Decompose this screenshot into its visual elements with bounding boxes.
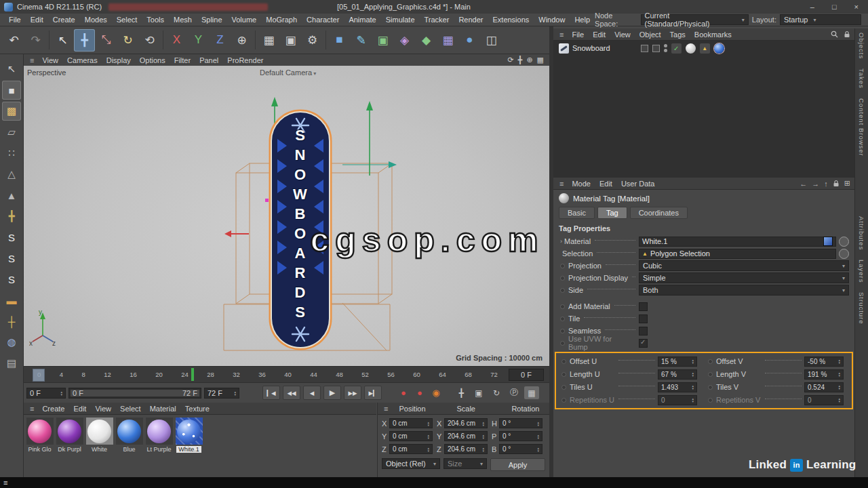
frame-range-slider[interactable]: 0 F 72 F — [68, 388, 201, 399]
end-frame-spinner[interactable] — [234, 390, 236, 396]
quantize-icon[interactable]: S — [2, 270, 21, 289]
rotate-tool-icon[interactable]: ↻ — [117, 29, 138, 52]
workplane-icon[interactable]: ▬ — [2, 291, 21, 310]
menu-create[interactable]: Create — [48, 16, 80, 24]
offset-u-field[interactable]: 15 % — [658, 357, 697, 367]
prev-frame-button[interactable]: ◀ — [303, 386, 321, 400]
prev-key-button[interactable]: ◀◀ — [283, 386, 300, 400]
ruler-frame-box[interactable]: 0 F — [509, 369, 544, 381]
rotation-p-field[interactable]: 0 ° — [499, 431, 542, 441]
simulate-icon[interactable]: ◫ — [481, 29, 502, 52]
preview-range-marker[interactable] — [191, 368, 194, 381]
frame-spinner[interactable] — [60, 390, 62, 396]
material-item[interactable]: Pink Glo — [25, 418, 54, 453]
view-config-icon[interactable]: ▤ — [2, 354, 21, 373]
animation-dot[interactable] — [561, 359, 566, 364]
position-y-field[interactable]: 0 cm — [389, 431, 433, 441]
vp-menu-cameras[interactable]: Cameras — [63, 56, 102, 64]
material-thumbnail[interactable] — [26, 418, 54, 445]
current-frame-marker[interactable] — [33, 369, 45, 382]
range-bar[interactable] — [71, 390, 199, 396]
animation-dot[interactable] — [708, 359, 713, 364]
om-menu-view[interactable]: View — [610, 30, 635, 39]
tab-tag[interactable]: Tag — [597, 207, 627, 219]
scale-y-field[interactable]: 204.6 cm — [444, 431, 488, 441]
tab-basic[interactable]: Basic — [559, 207, 595, 219]
history-back-icon[interactable]: ← — [800, 180, 807, 188]
menu-character[interactable]: Character — [302, 16, 344, 24]
polygon-selection-tag-icon[interactable]: ▲ — [700, 43, 710, 54]
volume-icon[interactable]: ● — [459, 29, 480, 52]
om-menu-object[interactable]: Object — [635, 30, 665, 39]
material-thumbnail[interactable] — [146, 418, 173, 445]
menu-select[interactable]: Select — [112, 16, 142, 24]
scale-tool-icon[interactable]: ⤡ — [96, 29, 117, 52]
side-tab-content-browser[interactable]: Content Browser — [858, 98, 865, 157]
menu-render[interactable]: Render — [454, 16, 488, 24]
search-icon[interactable] — [831, 30, 838, 38]
side-tab-objects[interactable]: Objects — [858, 33, 865, 59]
menu-mesh[interactable]: Mesh — [169, 16, 197, 24]
side-select[interactable]: Both — [639, 285, 849, 296]
animation-dot[interactable] — [708, 385, 713, 390]
om-menu-icon[interactable]: ≡ — [556, 30, 567, 39]
object-name[interactable]: Snowboard — [572, 44, 610, 52]
key-parameter-toggle[interactable]: Ⓟ — [507, 386, 521, 399]
render-settings-icon[interactable]: ⚙ — [302, 29, 323, 52]
material-tag-white-icon[interactable] — [686, 43, 696, 54]
redo-icon[interactable]: ↷ — [25, 29, 46, 52]
workplane-mode-icon[interactable]: ▱ — [2, 123, 21, 142]
points-mode-icon[interactable]: ∷ — [2, 144, 21, 163]
history-forward-icon[interactable]: → — [812, 180, 819, 188]
menu-spline[interactable]: Spline — [197, 16, 227, 24]
y-axis-lock-icon[interactable]: Y — [188, 29, 209, 52]
om-menu-file[interactable]: File — [568, 30, 588, 39]
model-mode-icon[interactable]: ■ — [2, 81, 21, 100]
material-item[interactable]: Blue — [115, 418, 144, 453]
material-thumbnail[interactable] — [176, 418, 203, 445]
menu-simulate[interactable]: Simulate — [381, 16, 420, 24]
toggle-views-icon[interactable]: ▦ — [537, 56, 544, 64]
key-pla-toggle[interactable]: ▦ — [524, 386, 539, 399]
attr-menu-userdata[interactable]: User Data — [617, 180, 659, 188]
live-selection-icon[interactable]: ↖ — [52, 29, 73, 52]
autokey-button[interactable]: ● — [413, 386, 427, 399]
render-visibility-toggle[interactable] — [652, 45, 660, 52]
animation-dot[interactable] — [560, 264, 565, 268]
seamless-checkbox[interactable] — [639, 327, 648, 336]
menu-animate[interactable]: Animate — [344, 16, 380, 24]
coordinates-menu-icon[interactable]: ≡ — [380, 405, 391, 413]
enable-axis-icon[interactable]: ╋ — [2, 207, 21, 226]
projection-select[interactable]: Cubic — [639, 260, 849, 271]
render-view-icon[interactable]: ▦ — [258, 29, 279, 52]
om-menu-tags[interactable]: Tags — [666, 30, 690, 39]
lock-icon[interactable] — [844, 30, 850, 38]
side-tab-takes[interactable]: Takes — [858, 68, 865, 89]
visibility-dots[interactable] — [664, 44, 667, 52]
new-panel-icon[interactable]: ⊞ — [844, 179, 850, 188]
tiles-v-field[interactable]: 0.524 — [804, 382, 844, 392]
menu-window[interactable]: Window — [534, 16, 570, 24]
link-picker-icon[interactable] — [839, 237, 849, 247]
rotate-view-icon[interactable]: ⟳ — [508, 56, 514, 64]
parent-icon[interactable]: ↑ — [824, 180, 828, 188]
animation-dot[interactable] — [560, 317, 565, 321]
viewport-canvas[interactable]: Perspective Default Camera SNOWBOARDS cg… — [24, 66, 549, 366]
mat-menu-edit[interactable]: Edit — [69, 405, 90, 413]
camera-label[interactable]: Default Camera — [260, 68, 316, 77]
polygons-mode-icon[interactable]: ▲ — [2, 186, 21, 205]
material-thumbnail[interactable] — [56, 418, 83, 445]
restore-button[interactable]: □ — [832, 3, 837, 11]
om-menu-bookmarks[interactable]: Bookmarks — [690, 30, 736, 39]
material-item[interactable]: White — [85, 418, 114, 453]
animation-dot[interactable] — [561, 372, 566, 377]
play-button[interactable]: ▶ — [323, 386, 341, 400]
menu-extensions[interactable]: Extensions — [488, 16, 534, 24]
add-cube-icon[interactable]: ■ — [329, 29, 350, 52]
side-tab-structure[interactable]: Structure — [858, 292, 865, 325]
scale-z-field[interactable]: 204.6 cm — [444, 444, 488, 454]
check-tag-icon[interactable]: ✓ — [671, 43, 682, 54]
expander-icon[interactable]: › — [560, 238, 562, 245]
move-tool-icon[interactable]: ╋ — [74, 29, 95, 52]
material-link-field[interactable]: White.1 — [639, 237, 836, 247]
